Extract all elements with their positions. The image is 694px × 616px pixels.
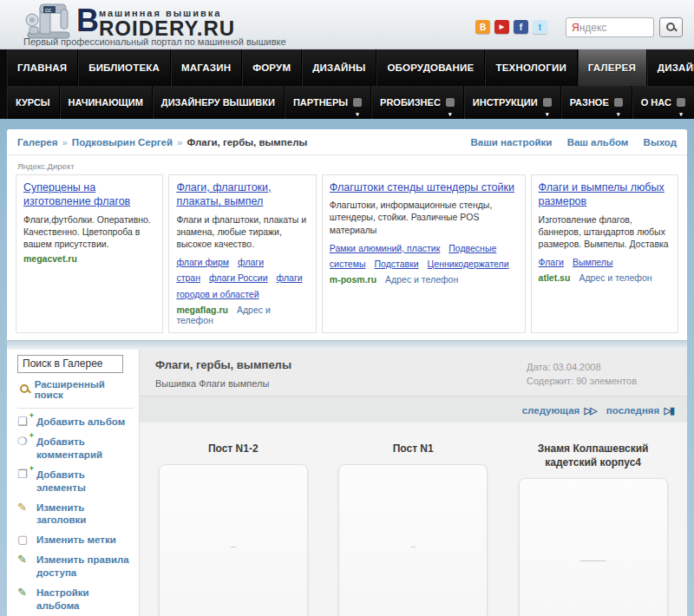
nav-link[interactable]: ГАЛЕРЕЯ [578,49,647,86]
ad-sitelinks: ФлагиВымпелы [539,253,671,269]
breadcrumb-author-link[interactable]: Подковырин Сергей [72,137,173,147]
nav-link[interactable]: ФОРУМ [242,49,302,86]
blogger-icon[interactable]: B [475,20,490,34]
sidebar-menu-item[interactable]: ▢ Изменить метки [17,534,134,547]
nav-link[interactable]: ТЕХНОЛОГИИ [485,49,577,86]
broken-image-placeholder: – [410,541,416,551]
nav-item: НАЧИНАЮЩИМ [60,86,153,119]
nav-link[interactable]: ДИЗАЙНЫ [302,49,376,86]
nav-link[interactable]: КУРСЫ [7,86,60,119]
yandex-direct-label: Яндекс.Директ [17,161,687,171]
ad-domain[interactable]: megacvet.ru [23,253,77,264]
breadcrumb-bar: Галерея»Подковырин Сергей»Флаги, гербы, … [7,129,687,155]
nav-link[interactable]: PROБИЗНЕС▾ [371,86,464,119]
dropdown-indicator-icon: ▾ [614,98,623,107]
nav-link[interactable]: БИБЛИОТЕКА [78,49,171,86]
edit-access-rules-icon: ✎ [17,554,30,580]
nav-link[interactable]: ГЛАВНАЯ [7,49,78,86]
site-header: cc B машинная вышивка ROIDERY.RU Первый … [0,0,694,49]
dropdown-indicator-icon: ▾ [446,98,455,107]
gallery-item-title[interactable]: Пост N1 [393,442,434,455]
ad-sitelink[interactable]: Флаги [539,257,564,267]
ad-card: Суперцены на изготовление флагов Флаги,ф… [16,174,163,333]
breadcrumb-gallery-link[interactable]: Галерея [17,137,57,147]
ad-title-link[interactable]: Флаги, флагштоки, плакаты, вымпел [176,180,308,209]
sidebar-menu-item[interactable]: ✎ Изменить правила доступа [17,554,134,580]
nav-item: ДИЗАЙНЕРЫ [647,49,694,86]
ads-row: Суперцены на изготовление флагов Флаги,ф… [7,174,687,340]
site-logo[interactable]: cc B машинная вышивка ROIDERY.RU [23,1,235,41]
gallery-item-title[interactable]: Пост N1-2 [208,442,259,455]
ad-contact-link[interactable]: Адрес и телефон [385,274,458,285]
add-album-icon: ❏+ [17,416,30,429]
ad-title-link[interactable]: Флаги и вымпелы любых размеров [539,180,671,209]
nav-item: ОБОРУДОВАНИЕ [376,49,485,86]
user-album-link[interactable]: Ваш альбом [567,137,629,147]
nav-link[interactable]: ДИЗАЙНЕРЫ [647,49,694,86]
nav-link[interactable]: МАГАЗИН [171,49,242,86]
ad-sitelink[interactable]: флаги России [209,272,268,283]
ad-body-text: Флагштоки, информационные стенды, штенде… [330,199,518,236]
sidebar-menu-item[interactable]: ✎ Настройки альбома [17,587,134,613]
nav-link[interactable]: НАЧИНАЮЩИМ [60,86,153,119]
yandex-logo-rest: ндекс [579,22,607,34]
search-submit-button[interactable] [659,17,683,37]
ad-sitelink[interactable]: Рамки алюминий, пластик [330,243,440,253]
ad-domain[interactable]: megaflag.ru [176,305,228,315]
gallery-sidebar: Расширенный поиск ❏+ Добавить альбом ❍+ … [7,350,140,616]
pagination-last-link[interactable]: последняя ▷▮ [606,405,673,416]
nav-link[interactable]: ПАРТНЕРЫ▾ [285,86,371,119]
nav-link[interactable]: О НАС▾ [632,86,694,119]
breadcrumb-separator: » [62,137,67,147]
nav-link[interactable]: ИНСТРУКЦИИ▾ [464,86,561,119]
nav-link[interactable]: ДИЗАЙНЕРУ ВЫШИВКИ [153,86,285,119]
sidebar-divider [17,408,134,409]
sidebar-menu-item[interactable]: ❏+ Добавить альбом [17,416,134,429]
ad-sitelink[interactable]: Подставки [374,259,418,269]
nav-item: КУРСЫ [7,86,60,119]
ad-domain[interactable]: m-posm.ru [330,274,376,285]
sidebar-menu-label: Добавить альбом [36,416,125,429]
album-subtitle: Вышивка Флаги вымпелы [155,378,291,389]
gallery-search-input[interactable] [17,355,123,373]
ad-title-link[interactable]: Флагштоки стенды штендеры стойки [330,180,518,194]
sidebar-menu-label: Настройки альбома [36,587,134,613]
nav-row-secondary: КУРСЫНАЧИНАЮЩИМДИЗАЙНЕРУ ВЫШИВКИПАРТНЕРЫ… [7,86,694,119]
gallery-item-thumbnail[interactable]: – [159,464,308,616]
facebook-icon[interactable]: f [514,20,528,34]
twitter-icon[interactable]: t [533,20,547,34]
advanced-search-link[interactable]: Расширенный поиск [19,379,134,400]
pagination-next-link[interactable]: следующая ▷▷ [522,405,596,416]
ad-title-link[interactable]: Суперцены на изготовление флагов [23,180,155,209]
broken-image-placeholder: – [231,541,236,551]
nav-item: ГЛАВНАЯ [7,49,78,86]
album-count: Содержит: 90 элементов [527,374,637,389]
main-navigation: ГЛАВНАЯБИБЛИОТЕКАМАГАЗИНФОРУМДИЗАЙНЫОБОР… [0,49,694,119]
ad-card: Флаги и вымпелы любых размеров Изготовле… [531,174,678,333]
nav-link[interactable]: РАЗНОЕ▾ [561,86,632,119]
ad-sitelinks: флаги фирмфлаги странфлаги Россиифлаги г… [176,253,308,301]
sidebar-menu-item[interactable]: ❍+ Добавить комментарий [17,436,134,462]
nav-item: ИНСТРУКЦИИ▾ [464,86,561,119]
ad-sitelinks: Рамки алюминий, пластикПодвесные системы… [330,239,518,272]
user-settings-link[interactable]: Ваши настройки [471,137,553,147]
ad-body-text: Изготовление флагов, баннеров, штандарто… [539,213,671,251]
nav-link[interactable]: ОБОРУДОВАНИЕ [376,49,485,86]
nav-item: ФОРУМ [242,49,302,86]
search-icon [19,383,30,395]
gallery-item-thumbnail[interactable]: – [338,464,488,616]
sidebar-menu-label: Изменить заголовки [36,501,134,528]
ad-contact-link[interactable]: Адрес и телефон [579,272,651,283]
ad-domain[interactable]: atlet.su [539,272,571,283]
ad-sitelink[interactable]: флаги фирм [176,257,229,267]
yandex-search-input[interactable]: Яндекс [566,17,654,37]
ad-sitelink[interactable]: Ценникодержатели [428,259,509,269]
logout-link[interactable]: Выход [644,137,677,147]
sidebar-menu-item[interactable]: ❐+ Добавить элементы [17,469,134,495]
ad-card: Флаги, флагштоки, плакаты, вымпел Флаги … [168,174,316,333]
gallery-item-title[interactable]: Знамя Колпашевский кадетский корпус4 [520,442,667,469]
ad-sitelink[interactable]: Вымпелы [573,257,613,267]
youtube-icon[interactable]: ▶ [494,20,509,34]
gallery-item-thumbnail[interactable]: ——— [519,478,668,616]
sidebar-menu-item[interactable]: ✎ Изменить заголовки [17,501,134,528]
